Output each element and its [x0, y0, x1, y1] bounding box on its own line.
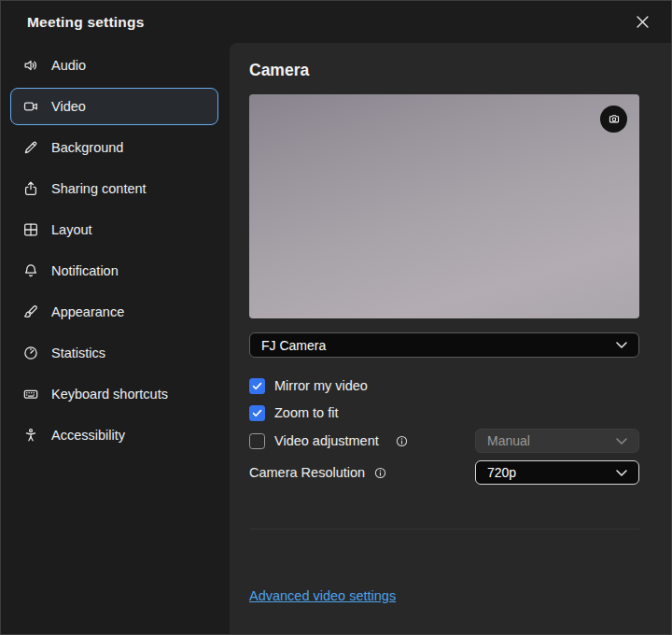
- camera-resolution-label: Camera Resolution: [249, 465, 365, 480]
- section-divider: [249, 529, 639, 529]
- flip-camera-button[interactable]: [600, 106, 627, 133]
- video-adjustment-checkbox[interactable]: [249, 433, 265, 449]
- accessibility-icon: [22, 427, 39, 444]
- sidebar-item-background[interactable]: Background: [10, 129, 218, 166]
- camera-options: Mirror my video Zoom to fit Video adjust: [249, 374, 639, 486]
- settings-nav: Audio Video Background Sharing content L: [1, 43, 230, 634]
- speaker-icon: [22, 57, 39, 74]
- keyboard-icon: [22, 386, 39, 402]
- mirror-video-checkbox[interactable]: [249, 378, 265, 394]
- sidebar-item-keyboard-shortcuts[interactable]: Keyboard shortcuts: [10, 375, 218, 413]
- gauge-icon: [22, 345, 39, 361]
- sidebar-item-audio[interactable]: Audio: [10, 47, 218, 84]
- camera-section-title: Camera: [249, 61, 639, 80]
- sidebar-item-video[interactable]: Video: [10, 88, 218, 125]
- zoom-to-fit-row: Zoom to fit: [249, 401, 639, 425]
- sidebar-item-label: Layout: [51, 222, 92, 237]
- mirror-video-label: Mirror my video: [274, 378, 368, 393]
- video-settings-panel: Camera FJ Camera: [230, 43, 671, 634]
- camera-preview: [249, 94, 639, 318]
- sidebar-item-label: Background: [51, 140, 123, 155]
- share-icon: [22, 180, 39, 197]
- sidebar-item-label: Keyboard shortcuts: [51, 387, 168, 402]
- sidebar-item-statistics[interactable]: Statistics: [10, 334, 218, 372]
- bell-icon: [22, 262, 39, 279]
- info-icon: [374, 467, 386, 479]
- video-adjustment-label: Video adjustment: [274, 433, 379, 448]
- sidebar-item-label: Video: [51, 99, 86, 114]
- sidebar-item-label: Statistics: [51, 346, 105, 360]
- sidebar-item-appearance[interactable]: Appearance: [10, 293, 218, 331]
- chevron-down-icon: [616, 342, 627, 348]
- sidebar-item-label: Sharing content: [51, 181, 147, 196]
- camera-resolution-select[interactable]: 720p: [475, 460, 639, 485]
- video-adjustment-value: Manual: [487, 433, 530, 448]
- advanced-video-settings-link[interactable]: Advanced video settings: [249, 588, 396, 603]
- sidebar-item-label: Appearance: [51, 304, 124, 319]
- camera-resolution-row: Camera Resolution 720p: [249, 459, 639, 486]
- check-icon: [252, 409, 262, 417]
- close-button[interactable]: [631, 10, 654, 34]
- meeting-settings-dialog: Meeting settings Audio Video Background: [0, 0, 672, 635]
- sidebar-item-label: Audio: [51, 58, 86, 73]
- check-icon: [252, 382, 262, 390]
- chevron-down-icon: [616, 438, 627, 444]
- paintbrush-icon: [22, 303, 39, 320]
- zoom-to-fit-label: Zoom to fit: [274, 405, 339, 420]
- layout-grid-icon: [22, 221, 39, 238]
- video-adjustment-row: Video adjustment Manual: [249, 428, 639, 454]
- wand-icon: [22, 139, 39, 156]
- titlebar: Meeting settings: [1, 1, 671, 43]
- sidebar-item-label: Notification: [51, 263, 119, 278]
- camera-resolution-value: 720p: [487, 465, 516, 480]
- zoom-to-fit-checkbox[interactable]: [249, 405, 265, 421]
- window-title: Meeting settings: [27, 14, 145, 31]
- close-icon: [637, 16, 649, 28]
- camera-device-value: FJ Camera: [261, 338, 326, 353]
- sidebar-item-label: Accessibility: [51, 428, 125, 443]
- video-camera-icon: [22, 98, 39, 115]
- sidebar-item-sharing-content[interactable]: Sharing content: [10, 170, 218, 207]
- sidebar-item-accessibility[interactable]: Accessibility: [10, 416, 218, 454]
- camera-device-select[interactable]: FJ Camera: [249, 332, 639, 358]
- sidebar-item-notification[interactable]: Notification: [10, 252, 218, 289]
- mirror-video-row: Mirror my video: [249, 374, 639, 398]
- info-icon: [396, 435, 408, 447]
- video-adjustment-select[interactable]: Manual: [475, 429, 639, 453]
- flip-camera-icon: [607, 112, 622, 127]
- sidebar-item-layout[interactable]: Layout: [10, 211, 218, 248]
- chevron-down-icon: [616, 470, 627, 476]
